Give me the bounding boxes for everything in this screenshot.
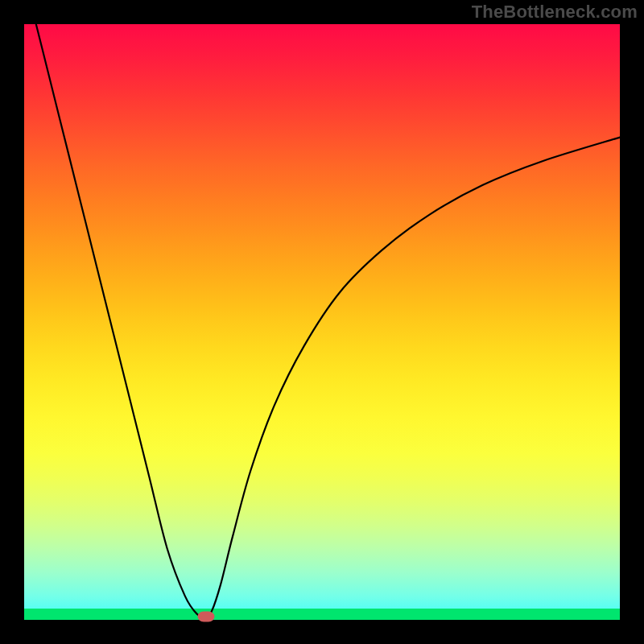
chart-frame: TheBottleneck.com [0, 0, 644, 644]
curve-svg [24, 24, 620, 620]
optimal-point-marker [197, 612, 214, 622]
plot-area [24, 24, 620, 620]
watermark-text: TheBottleneck.com [472, 2, 638, 23]
bottleneck-curve [24, 0, 620, 617]
